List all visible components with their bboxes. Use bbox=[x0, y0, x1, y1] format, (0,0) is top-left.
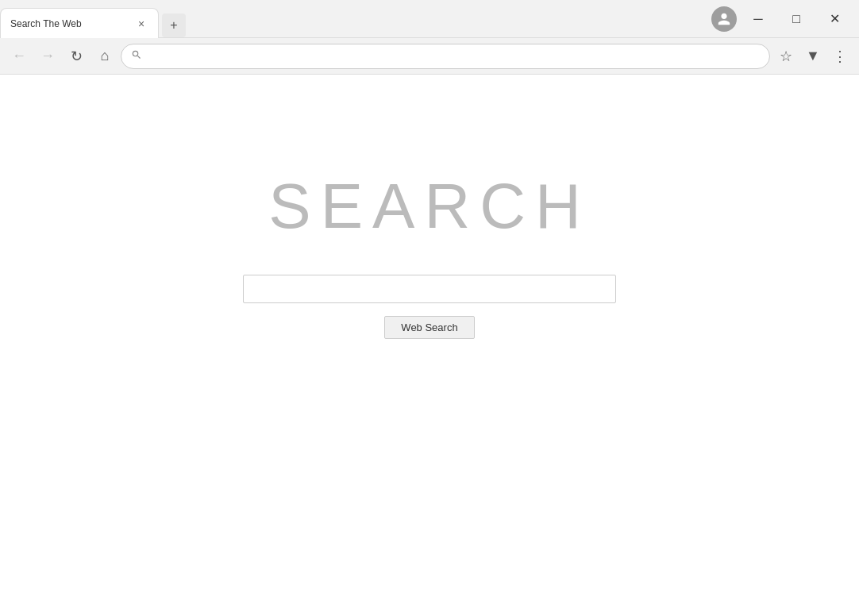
profile-button[interactable] bbox=[711, 6, 737, 32]
title-bar: Search The Web × + ─ □ ✕ bbox=[0, 0, 859, 38]
search-box-wrapper bbox=[243, 275, 616, 303]
close-button[interactable]: ✕ bbox=[816, 6, 853, 32]
web-search-button[interactable]: Web Search bbox=[384, 316, 474, 339]
search-heading: SEARCH bbox=[268, 170, 590, 243]
search-button-wrapper: Web Search bbox=[384, 316, 474, 339]
bookmark-button[interactable]: ☆ bbox=[773, 44, 799, 69]
title-bar-right: ─ □ ✕ bbox=[711, 6, 859, 32]
browser-content: SEARCH Web Search bbox=[0, 75, 859, 616]
nav-actions: ☆ ▼ ⋮ bbox=[773, 44, 853, 69]
search-input[interactable] bbox=[243, 275, 616, 303]
new-tab-button[interactable]: + bbox=[162, 13, 186, 37]
tab-title: Search The Web bbox=[10, 18, 129, 29]
address-input[interactable] bbox=[148, 50, 760, 62]
minimize-button[interactable]: ─ bbox=[740, 6, 776, 32]
maximize-button[interactable]: □ bbox=[778, 6, 815, 32]
tabs-area: Search The Web × + bbox=[0, 0, 711, 37]
forward-button[interactable]: → bbox=[35, 44, 60, 69]
tab-close-button[interactable]: × bbox=[134, 17, 148, 31]
extension-button[interactable]: ▼ bbox=[800, 44, 826, 69]
address-search-icon bbox=[131, 49, 142, 63]
menu-button[interactable]: ⋮ bbox=[827, 44, 853, 69]
home-button[interactable]: ⌂ bbox=[92, 44, 117, 69]
navigation-bar: ← → ↻ ⌂ ☆ ▼ ⋮ bbox=[0, 38, 859, 75]
active-tab[interactable]: Search The Web × bbox=[0, 8, 159, 38]
reload-button[interactable]: ↻ bbox=[64, 44, 89, 69]
address-bar[interactable] bbox=[121, 44, 770, 69]
window-controls: ─ □ ✕ bbox=[740, 6, 859, 32]
back-button[interactable]: ← bbox=[6, 44, 32, 69]
